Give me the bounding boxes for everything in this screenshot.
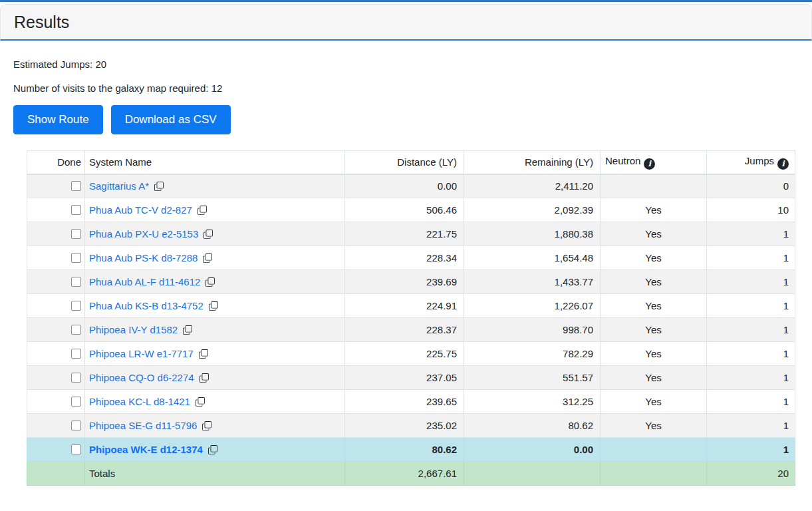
done-cell: [27, 270, 85, 294]
totals-label-cell: Totals: [85, 462, 345, 486]
column-header-distance: Distance (LY): [345, 151, 464, 174]
system-link[interactable]: Phipoea IV-Y d1582: [89, 324, 178, 335]
system-link[interactable]: Phua Aub AL-F d11-4612: [89, 276, 200, 287]
distance-cell: 224.91: [345, 294, 464, 318]
route-row: Phipoea KC-L d8-1421 239.65 312.25 Yes 1: [27, 390, 795, 414]
remaining-cell: 2,411.20: [464, 174, 601, 198]
system-cell: Phipoea WK-E d12-1374: [85, 438, 345, 462]
show-route-button[interactable]: Show Route: [13, 105, 103, 134]
distance-cell: 228.37: [345, 318, 464, 342]
copy-icon[interactable]: [196, 397, 205, 407]
neutron-cell: Yes: [601, 222, 707, 246]
system-link[interactable]: Phipoea LR-W e1-7717: [89, 348, 194, 359]
done-cell: [27, 318, 85, 342]
copy-icon[interactable]: [200, 373, 209, 383]
remaining-cell: 1,880.38: [464, 222, 601, 246]
done-checkbox[interactable]: [71, 253, 81, 263]
totals-distance-cell: 2,667.61: [345, 462, 464, 486]
done-cell: [27, 390, 85, 414]
system-link[interactable]: Phipoea SE-G d11-5796: [89, 420, 197, 431]
system-link[interactable]: Phua Aub KS-B d13-4752: [89, 300, 203, 311]
route-row: Phua Aub AL-F d11-4612 239.69 1,433.77 Y…: [27, 270, 795, 294]
done-cell: [27, 294, 85, 318]
distance-cell: 237.05: [345, 366, 464, 390]
jumps-cell: 1: [707, 366, 795, 390]
totals-remaining-cell: [464, 462, 601, 486]
done-checkbox[interactable]: [71, 277, 81, 287]
done-checkbox[interactable]: [71, 205, 81, 215]
done-checkbox[interactable]: [71, 349, 81, 359]
system-link[interactable]: Phipoea CQ-O d6-2274: [89, 372, 194, 383]
copy-icon[interactable]: [209, 301, 218, 311]
neutron-cell: Yes: [601, 318, 707, 342]
system-link[interactable]: Phua Aub TC-V d2-827: [89, 204, 192, 216]
system-cell: Sagittarius A*: [85, 174, 345, 198]
column-header-jumps: Jumpsi: [707, 151, 795, 174]
neutron-header-label: Neutron: [605, 155, 640, 166]
done-checkbox[interactable]: [71, 301, 81, 311]
neutron-cell: Yes: [601, 270, 707, 294]
neutron-cell: Yes: [601, 246, 707, 270]
done-cell: [27, 342, 85, 366]
distance-cell: 225.75: [345, 342, 464, 366]
copy-icon[interactable]: [203, 230, 213, 239]
done-checkbox[interactable]: [71, 181, 81, 191]
remaining-cell: 998.70: [464, 318, 601, 342]
jumps-cell: 1: [707, 294, 795, 318]
remaining-cell: 1,433.77: [464, 270, 601, 294]
done-checkbox[interactable]: [71, 397, 81, 407]
distance-cell: 221.75: [345, 222, 464, 246]
route-row: Phipoea WK-E d12-1374 80.62 0.00 1: [27, 438, 795, 462]
done-cell: [27, 222, 85, 246]
neutron-info-icon[interactable]: i: [644, 158, 655, 170]
jumps-info-icon[interactable]: i: [777, 158, 789, 170]
copy-icon[interactable]: [208, 445, 217, 454]
system-cell: Phua Aub PX-U e2-5153: [85, 222, 345, 246]
system-link[interactable]: Phipoea KC-L d8-1421: [89, 396, 190, 407]
copy-icon[interactable]: [205, 277, 215, 287]
column-header-remaining: Remaining (LY): [464, 151, 601, 174]
system-link[interactable]: Phipoea WK-E d12-1374: [89, 444, 203, 455]
neutron-cell: Yes: [601, 294, 707, 318]
download-csv-button[interactable]: Download as CSV: [111, 105, 231, 134]
galaxy-map-visits-text: Number of visits to the galaxy map requi…: [13, 83, 799, 94]
jumps-cell: 1: [707, 318, 795, 342]
copy-icon[interactable]: [199, 349, 208, 359]
copy-icon[interactable]: [202, 421, 211, 430]
system-cell: Phipoea SE-G d11-5796: [85, 414, 345, 438]
system-cell: Phipoea IV-Y d1582: [85, 318, 345, 342]
remaining-cell: 312.25: [464, 390, 601, 414]
done-checkbox[interactable]: [71, 373, 81, 383]
jumps-cell: 1: [707, 246, 795, 270]
neutron-cell: Yes: [601, 342, 707, 366]
jumps-cell: 1: [707, 270, 795, 294]
remaining-cell: 0.00: [464, 438, 601, 462]
remaining-cell: 782.29: [464, 342, 601, 366]
neutron-cell: Yes: [601, 414, 707, 438]
system-link[interactable]: Phua Aub PS-K d8-7288: [89, 252, 198, 263]
jumps-cell: 1: [707, 342, 795, 366]
system-cell: Phua Aub PS-K d8-7288: [85, 246, 345, 270]
route-row: Sagittarius A* 0.00 2,411.20 0: [27, 174, 795, 198]
copy-icon[interactable]: [154, 182, 164, 191]
remaining-cell: 80.62: [464, 414, 601, 438]
copy-icon[interactable]: [203, 254, 212, 263]
route-table: Done System Name Distance (LY) Remaining…: [27, 150, 795, 486]
route-row: Phipoea LR-W e1-7717 225.75 782.29 Yes 1: [27, 342, 795, 366]
totals-row: Totals 2,667.61 20: [27, 462, 795, 486]
system-link[interactable]: Sagittarius A*: [89, 180, 149, 192]
copy-icon[interactable]: [183, 325, 192, 335]
copy-icon[interactable]: [198, 206, 207, 215]
route-row: Phua Aub PX-U e2-5153 221.75 1,880.38 Ye…: [27, 222, 795, 246]
done-checkbox[interactable]: [71, 444, 81, 454]
system-link[interactable]: Phua Aub PX-U e2-5153: [89, 228, 198, 240]
route-table-container: Done System Name Distance (LY) Remaining…: [27, 150, 795, 486]
results-header-bar: Results: [0, 4, 812, 41]
done-checkbox[interactable]: [71, 325, 81, 335]
route-row: Phua Aub KS-B d13-4752 224.91 1,226.07 Y…: [27, 294, 795, 318]
jumps-cell: 0: [707, 174, 795, 198]
done-checkbox[interactable]: [71, 229, 81, 239]
done-checkbox[interactable]: [71, 421, 81, 430]
neutron-cell: [601, 174, 707, 198]
distance-cell: 506.46: [345, 198, 464, 222]
